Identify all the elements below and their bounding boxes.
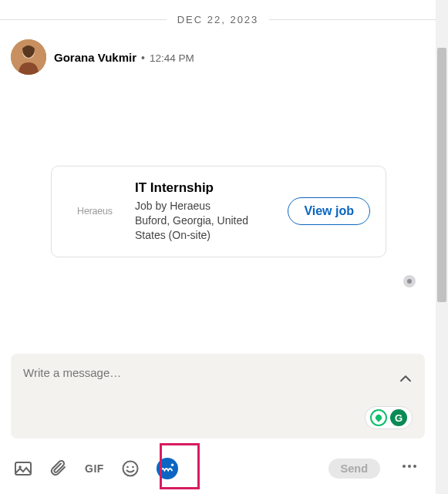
sender-avatar[interactable] [11,39,46,75]
image-icon [14,459,32,478]
compose-box[interactable]: G [11,354,425,439]
avatar-icon [11,39,46,75]
svg-point-4 [123,462,137,476]
svg-rect-2 [15,462,31,475]
more-icon [400,457,419,476]
message-input[interactable] [23,366,335,379]
grammarly-icon: G [390,409,407,426]
date-divider: DEC 22, 2023 [0,14,436,25]
main-column: DEC 22, 2023 Gorana Vukmir • 12:44 PM He… [0,0,436,494]
svg-point-9 [408,465,411,468]
job-details: IT Internship Job by Heraeus Buford, Geo… [135,180,275,243]
messaging-thread: DEC 22, 2023 Gorana Vukmir • 12:44 PM He… [0,0,448,494]
read-receipt-avatar [403,275,416,287]
wishcard-icon [157,458,178,479]
divider-line [269,19,436,20]
svg-point-10 [413,465,416,468]
sender-name[interactable]: Gorana Vukmir [54,51,136,64]
svg-point-5 [126,466,129,469]
svg-point-8 [403,465,406,468]
svg-point-6 [132,466,134,469]
wishcard-button[interactable] [157,458,178,479]
sender-line: Gorana Vukmir • 12:44 PM [54,51,194,64]
extension-pill[interactable]: G [365,406,413,429]
job-company-logo: Heraeus [67,206,123,217]
chevron-up-icon [399,372,413,386]
divider-line [0,19,167,20]
compose-toolbar: GIF Send [0,445,436,494]
extension-icons: G [365,406,413,429]
attachment-icon [49,459,68,478]
compose-area: G GIF [0,344,436,494]
scrollbar-track[interactable] [436,0,448,494]
insert-emoji-button[interactable] [121,459,140,478]
job-location-line: Buford, Georgia, United States (On-site) [135,213,275,243]
emoji-icon [121,459,140,478]
scrollbar-thumb[interactable] [437,48,446,302]
message-header: Gorana Vukmir • 12:44 PM [0,35,436,81]
job-company-line: Job by Heraeus [135,199,275,213]
job-card[interactable]: Heraeus IT Internship Job by Heraeus Buf… [51,166,386,257]
attach-file-button[interactable] [49,459,68,478]
job-title: IT Internship [135,180,275,196]
more-options-button[interactable] [397,457,422,480]
insert-gif-button[interactable]: GIF [85,462,104,475]
collapse-compose-button[interactable] [385,368,426,394]
separator-dot: • [141,52,145,64]
read-receipt-row [11,257,425,287]
insert-image-button[interactable] [14,459,32,478]
view-job-button[interactable]: View job [288,197,370,225]
message-timestamp: 12:44 PM [150,52,194,64]
send-button[interactable]: Send [328,459,380,479]
extension-icon-1 [370,409,387,426]
message-body: Heraeus IT Internship Job by Heraeus Buf… [0,81,436,344]
date-label: DEC 22, 2023 [167,14,270,25]
svg-point-7 [171,464,173,466]
